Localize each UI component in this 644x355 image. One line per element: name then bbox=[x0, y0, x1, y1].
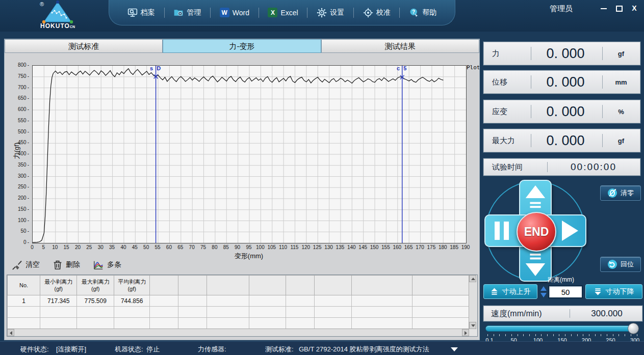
stepper-down-icon[interactable] bbox=[540, 293, 547, 297]
distance-input[interactable] bbox=[548, 285, 583, 298]
table-row[interactable] bbox=[8, 307, 469, 318]
slider-tick bbox=[595, 334, 596, 336]
menu-item-label: Excel bbox=[280, 9, 298, 17]
jog-up-button[interactable]: 寸动上升 bbox=[483, 284, 537, 299]
y-tick-label: 650 bbox=[8, 95, 29, 101]
main-content-panel: 测试标准 力-变形 测试结果 力(gf) s Dc 5 050100150200… bbox=[4, 39, 480, 340]
x-tick-label: 155 bbox=[379, 244, 392, 250]
table-cell bbox=[150, 318, 178, 329]
menu-item-excel[interactable]: X Excel bbox=[268, 8, 298, 17]
slider-tick bbox=[637, 334, 637, 336]
table-cell bbox=[286, 295, 315, 307]
fast-up-button[interactable] bbox=[524, 184, 547, 210]
table-cell bbox=[286, 307, 315, 318]
tab-test-results[interactable]: 测试结果 bbox=[321, 39, 479, 53]
distance-stepper[interactable] bbox=[540, 285, 547, 299]
slider-track[interactable] bbox=[485, 325, 638, 332]
slider-tick bbox=[523, 334, 524, 336]
table-cell bbox=[249, 307, 286, 318]
zero-button[interactable]: 清零 bbox=[600, 185, 641, 201]
restore-button[interactable] bbox=[615, 5, 623, 12]
standard-dropdown-arrow[interactable] bbox=[451, 347, 458, 351]
trash-icon bbox=[52, 259, 63, 270]
table-row[interactable] bbox=[8, 318, 469, 329]
minimize-button[interactable] bbox=[600, 5, 607, 12]
clear-button[interactable]: 清空 bbox=[12, 259, 40, 270]
scroll-left-button[interactable] bbox=[7, 329, 14, 336]
close-button[interactable]: X bbox=[631, 5, 638, 12]
separator bbox=[531, 105, 531, 118]
chart-toolbar: 清空 删除 多条 bbox=[12, 259, 121, 270]
slider-tick bbox=[541, 334, 542, 336]
x-tick-label: 180 bbox=[436, 244, 449, 250]
multi-curve-button[interactable]: 多条 bbox=[92, 259, 121, 270]
x-tick-label: 70 bbox=[186, 244, 198, 250]
slider-tick bbox=[589, 334, 589, 336]
menu-item-calibrate[interactable]: 校准 bbox=[363, 8, 391, 18]
return-home-button[interactable]: 回位 bbox=[600, 257, 641, 272]
menu-item-word[interactable]: W Word bbox=[220, 8, 249, 17]
table-cell bbox=[114, 307, 149, 318]
logo-triangle-icon bbox=[41, 1, 74, 24]
machine-status-value: 停止 bbox=[146, 345, 160, 354]
delete-button[interactable]: 删除 bbox=[52, 259, 80, 270]
multi-curve-label: 多条 bbox=[107, 260, 121, 269]
readout-unit: % bbox=[605, 108, 637, 116]
menu-item-archive[interactable]: 档案 bbox=[127, 8, 155, 18]
y-tick-label: 500 bbox=[8, 129, 29, 134]
vertical-scrollbar[interactable] bbox=[469, 275, 477, 329]
table-header-cell bbox=[352, 276, 413, 295]
force-deformation-chart[interactable]: s Dc 5 bbox=[32, 65, 467, 243]
scroll-down-button[interactable] bbox=[469, 322, 476, 329]
table-row[interactable]: 1717.345775.509744.856 bbox=[8, 295, 469, 307]
table-cell bbox=[352, 307, 413, 318]
tab-test-standard[interactable]: 测试标准 bbox=[5, 39, 163, 53]
x-tick-label: 10 bbox=[49, 244, 61, 250]
tab-force-deformation[interactable]: 力-变形 bbox=[163, 39, 321, 53]
jog-down-button[interactable]: 寸动下降 bbox=[585, 284, 642, 299]
table-header-cell bbox=[207, 276, 249, 295]
y-tick-label: 300 bbox=[8, 173, 29, 179]
readout-value: 00:00:00 bbox=[550, 161, 637, 173]
return-arrow-icon bbox=[607, 259, 617, 269]
fast-down-button[interactable] bbox=[524, 252, 547, 277]
slider-tick bbox=[511, 334, 512, 336]
slider-knob[interactable] bbox=[628, 323, 639, 334]
table-header-cell bbox=[314, 276, 352, 295]
separator bbox=[570, 309, 570, 318]
table-header-cell: 最大剥离力(gf) bbox=[77, 276, 114, 295]
end-stop-button[interactable]: END bbox=[517, 212, 556, 252]
x-tick-label: 85 bbox=[220, 244, 232, 250]
play-button[interactable] bbox=[559, 220, 579, 242]
pause-button[interactable] bbox=[492, 220, 512, 242]
separator bbox=[602, 134, 603, 147]
speed-readout: 速度(mm/min) 300.000 bbox=[483, 306, 642, 321]
separator bbox=[547, 162, 548, 172]
menu-item-settings[interactable]: 设置 bbox=[317, 8, 344, 18]
menu-item-help[interactable]: ? 帮助 bbox=[409, 8, 436, 18]
x-tick-label: 135 bbox=[334, 244, 346, 250]
stepper-up-icon[interactable] bbox=[540, 286, 547, 291]
tab-bar: 测试标准 力-变形 测试结果 bbox=[5, 39, 479, 53]
scroll-up-button[interactable] bbox=[469, 275, 476, 282]
chart-legend: Plot bbox=[467, 64, 480, 71]
slider-tick bbox=[547, 334, 548, 336]
slider-tick bbox=[529, 334, 530, 336]
separator bbox=[531, 47, 531, 60]
word-icon: W bbox=[220, 8, 229, 17]
slider-tick bbox=[505, 334, 506, 336]
slider-tick bbox=[583, 334, 583, 336]
table-cell bbox=[413, 295, 469, 307]
menu-separator bbox=[164, 8, 165, 18]
x-tick-label: 100 bbox=[254, 244, 266, 250]
zero-label: 清零 bbox=[621, 188, 634, 198]
slider-tick bbox=[631, 334, 631, 336]
table-header-cell bbox=[178, 276, 207, 295]
y-tick-label: 150 bbox=[8, 206, 29, 212]
results-table: No.最小剥离力(gf)最大剥离力(gf)平均剥离力(gf)1717.34577… bbox=[7, 275, 478, 337]
horizontal-scrollbar[interactable] bbox=[7, 329, 469, 336]
table-cell bbox=[8, 307, 40, 318]
scroll-right-button[interactable] bbox=[462, 329, 469, 336]
menu-item-manage[interactable]: 管理 bbox=[173, 8, 201, 18]
x-tick-label: 75 bbox=[197, 244, 210, 250]
